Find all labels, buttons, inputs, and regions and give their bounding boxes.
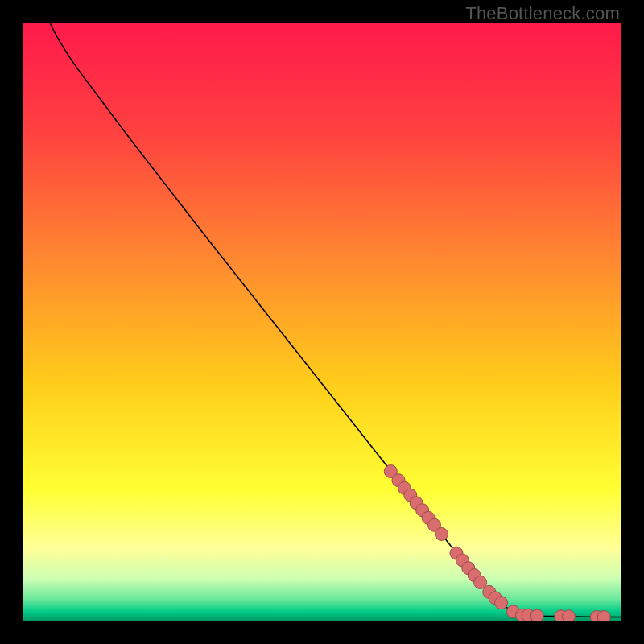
data-marker [530, 609, 543, 621]
data-marker [597, 611, 610, 621]
gradient-background [23, 23, 621, 621]
data-marker [495, 597, 508, 609]
watermark-text: TheBottleneck.com [465, 3, 620, 24]
plot-area [23, 23, 621, 621]
chart-frame: TheBottleneck.com [0, 0, 644, 644]
data-marker [562, 610, 575, 621]
data-marker [435, 527, 448, 540]
chart-svg [23, 23, 621, 621]
